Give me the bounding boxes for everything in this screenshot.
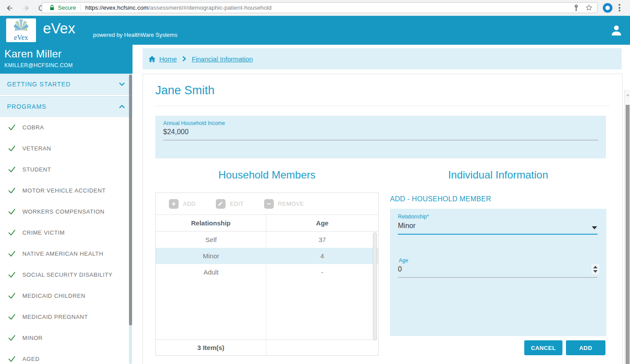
- sidebar-item-aged[interactable]: AGED: [0, 348, 132, 364]
- relationship-field-underline: [398, 234, 598, 235]
- url-text: https://evex.hcfsinc.com/assessment/#/de…: [85, 4, 272, 11]
- browser-forward-button[interactable]: [19, 2, 32, 14]
- sidebar-item-label: CRIME VICTIM: [22, 229, 65, 236]
- sidebar-item-minor[interactable]: MINOR: [0, 327, 132, 348]
- grid-add-label: ADD: [183, 200, 196, 207]
- check-icon: [7, 249, 17, 258]
- table-row[interactable]: Minor4: [156, 248, 378, 264]
- sidebar-item-label: MINOR: [22, 335, 43, 341]
- sidebar-item-label: VETERAN: [22, 145, 51, 152]
- table-row[interactable]: Self37: [156, 232, 378, 248]
- chevron-up-icon: [118, 103, 125, 110]
- sidebar-scrollbar[interactable]: [129, 74, 132, 364]
- plus-icon: +: [169, 199, 179, 209]
- age-field-label: Age: [399, 257, 408, 264]
- svg-text:eVex: eVex: [14, 34, 28, 41]
- browser-profile-avatar[interactable]: [603, 3, 612, 13]
- lock-icon: [49, 4, 55, 11]
- add-button[interactable]: ADD: [566, 340, 605, 355]
- check-icon: [7, 228, 17, 237]
- age-stepper[interactable]: [591, 264, 599, 275]
- column-header-age[interactable]: Age: [266, 215, 378, 231]
- sidebar-item-social-security-disability[interactable]: SOCIAL SECURITY DISABILITY: [0, 264, 132, 285]
- cell-relationship: Minor: [156, 248, 266, 264]
- check-icon: [7, 333, 17, 343]
- income-field-underline: [163, 140, 598, 140]
- page-scrollbar[interactable]: [624, 89, 630, 364]
- grid-remove-button[interactable]: − REMOVE: [264, 199, 304, 209]
- sidebar-item-crime-victim[interactable]: CRIME VICTIM: [0, 222, 132, 243]
- sidebar-item-label: MEDICAID CHILDREN: [22, 293, 86, 299]
- patient-name: Jane Smith: [155, 84, 215, 97]
- relationship-select-value[interactable]: Minor: [398, 222, 415, 230]
- column-header-relationship[interactable]: Relationship: [156, 215, 266, 231]
- sidebar-scrollbar-thumb[interactable]: [129, 75, 132, 325]
- minus-icon: −: [264, 199, 274, 209]
- sidebar-item-medicaid-pregnant[interactable]: MEDICAID PREGNANT: [0, 306, 132, 327]
- check-icon: [7, 143, 17, 153]
- pencil-icon: [216, 199, 226, 209]
- forward-arrow-icon: [21, 4, 30, 12]
- sidebar-item-cobra[interactable]: COBRA: [0, 117, 132, 138]
- back-arrow-icon: [6, 4, 14, 12]
- stepper-down-icon[interactable]: [593, 270, 598, 273]
- breadcrumb-current-link[interactable]: Financial Information: [192, 55, 253, 63]
- grid-add-button[interactable]: + ADD: [169, 199, 196, 209]
- relationship-field-label: Relationship*: [398, 214, 429, 220]
- app-header: eVex eVex powered by HealthWare Systems: [0, 16, 630, 45]
- home-icon[interactable]: [148, 55, 156, 63]
- grid-edit-button[interactable]: EDIT: [216, 199, 244, 209]
- table-row[interactable]: Adult-: [156, 264, 378, 280]
- brand-name: eVex: [43, 20, 75, 37]
- cell-relationship: Self: [156, 232, 266, 248]
- programs-list: COBRAVETERANSTUDENTMOTOR VEHICLE ACCIDEN…: [0, 117, 132, 364]
- password-key-icon[interactable]: [573, 4, 580, 11]
- sidebar-item-workers-compensation[interactable]: WORKERS COMPENSATION: [0, 201, 132, 222]
- browser-menu-icon[interactable]: [619, 4, 620, 11]
- url-host: https://evex.hcfsinc.com: [85, 4, 148, 11]
- content-card: Jane Smith Annual Household Income $24,0…: [143, 74, 623, 364]
- sidebar-item-label: WORKERS COMPENSATION: [22, 208, 104, 215]
- sidebar-item-label: STUDENT: [22, 166, 51, 173]
- income-field-value[interactable]: $24,000: [163, 128, 189, 136]
- breadcrumb: Home Financial Information: [143, 48, 622, 69]
- footer-empty-cell: [266, 340, 378, 355]
- dropdown-caret-icon[interactable]: [592, 226, 597, 229]
- sidebar-item-native-american-health[interactable]: NATIVE AMERICAN HEALTH: [0, 243, 132, 264]
- table-scrollbar-thumb[interactable]: [373, 232, 377, 340]
- age-number-input[interactable]: 0: [398, 265, 402, 273]
- sidebar-item-veteran[interactable]: VETERAN: [0, 138, 132, 159]
- sidebar-item-label: MOTOR VEHICLE ACCIDENT: [22, 187, 106, 194]
- address-bar[interactable]: Secure https://evex.hcfsinc.com/assessme…: [42, 2, 598, 13]
- url-path: /assessment/#/demographic-patient-househ…: [148, 4, 272, 11]
- browser-back-button[interactable]: [4, 2, 16, 14]
- sidebar-section-programs[interactable]: PROGRAMS: [0, 96, 132, 117]
- cell-age: -: [266, 264, 378, 280]
- bookmark-star-icon[interactable]: [585, 4, 593, 11]
- column-divider: [266, 232, 266, 339]
- item-count: 3 Item(s): [156, 340, 266, 355]
- grid-edit-label: EDIT: [230, 200, 244, 207]
- grid-remove-label: REMOVE: [278, 200, 304, 207]
- sidebar-item-motor-vehicle-accident[interactable]: MOTOR VEHICLE ACCIDENT: [0, 180, 132, 201]
- grid-toolbar: + ADD EDIT − REMOVE: [156, 193, 378, 215]
- user-account-icon[interactable]: [610, 24, 623, 37]
- age-field-underline: [398, 277, 598, 278]
- sidebar-item-medicaid-children[interactable]: MEDICAID CHILDREN: [0, 285, 132, 306]
- stepper-up-icon[interactable]: [593, 266, 598, 268]
- page: { "browser": { "secure_label": "Secure",…: [0, 0, 630, 364]
- sidebar-item-student[interactable]: STUDENT: [0, 159, 132, 180]
- cell-relationship: Adult: [156, 264, 266, 280]
- cancel-button[interactable]: CANCEL: [524, 340, 562, 355]
- scrollbar-up-arrow-icon[interactable]: [626, 94, 630, 96]
- income-panel: Annual Household Income $24,000: [155, 116, 606, 158]
- sidebar-item-label: COBRA: [22, 124, 44, 131]
- page-scrollbar-thumb[interactable]: [626, 105, 630, 364]
- sidebar-section-getting-started[interactable]: GETTING STARTED: [0, 74, 132, 95]
- sidebar-item-label: MEDICAID PREGNANT: [22, 314, 88, 320]
- evex-logo-graphic: eVex: [6, 18, 36, 42]
- sidebar-user-block: Karen Miller KMILLER@HCFSINC.COM: [0, 45, 132, 74]
- breadcrumb-home-link[interactable]: Home: [159, 55, 177, 63]
- evex-logo: eVex: [6, 18, 36, 42]
- getting-started-label: GETTING STARTED: [7, 81, 71, 88]
